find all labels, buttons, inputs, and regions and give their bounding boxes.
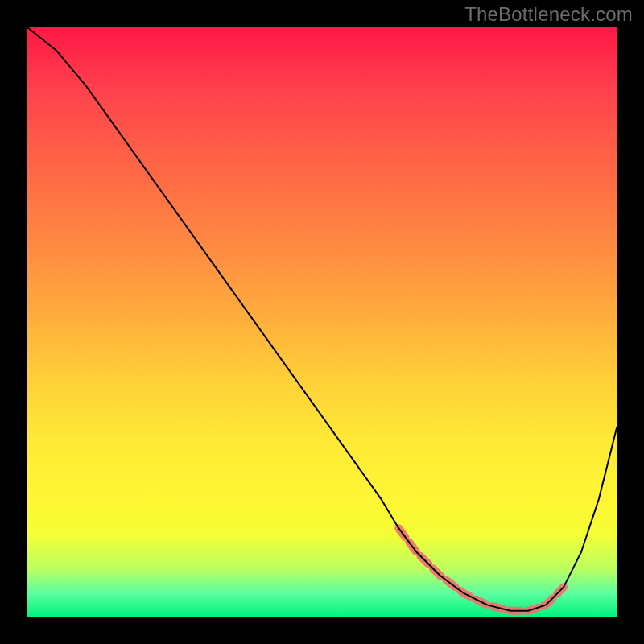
- optimal-zone-highlight: [398, 528, 564, 611]
- bottleneck-curve: [27, 27, 617, 611]
- plot-area: [27, 27, 617, 617]
- chart-frame: TheBottleneck.com: [0, 0, 644, 644]
- curve-layer: [27, 27, 617, 617]
- watermark-text: TheBottleneck.com: [464, 3, 633, 26]
